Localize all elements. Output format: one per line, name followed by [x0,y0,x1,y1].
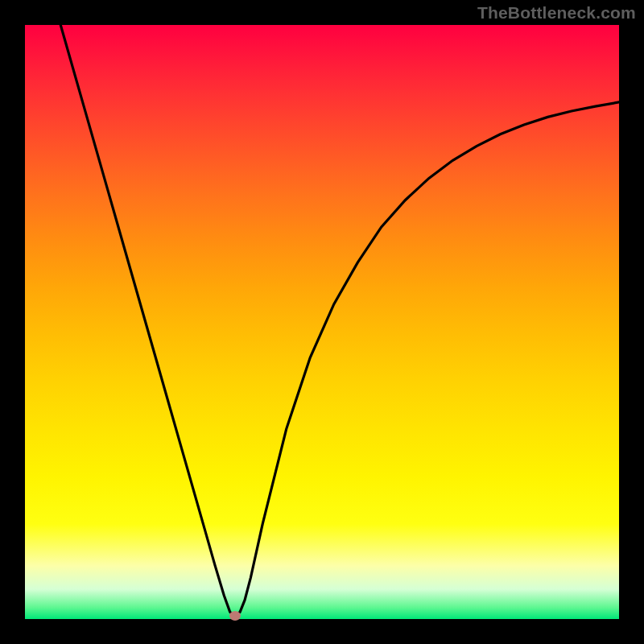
optimum-marker [229,611,241,621]
plot-area [25,25,619,619]
curve-svg [25,25,619,619]
chart-frame: TheBottleneck.com [0,0,644,644]
bottleneck-curve [60,25,619,616]
watermark-text: TheBottleneck.com [477,3,636,23]
